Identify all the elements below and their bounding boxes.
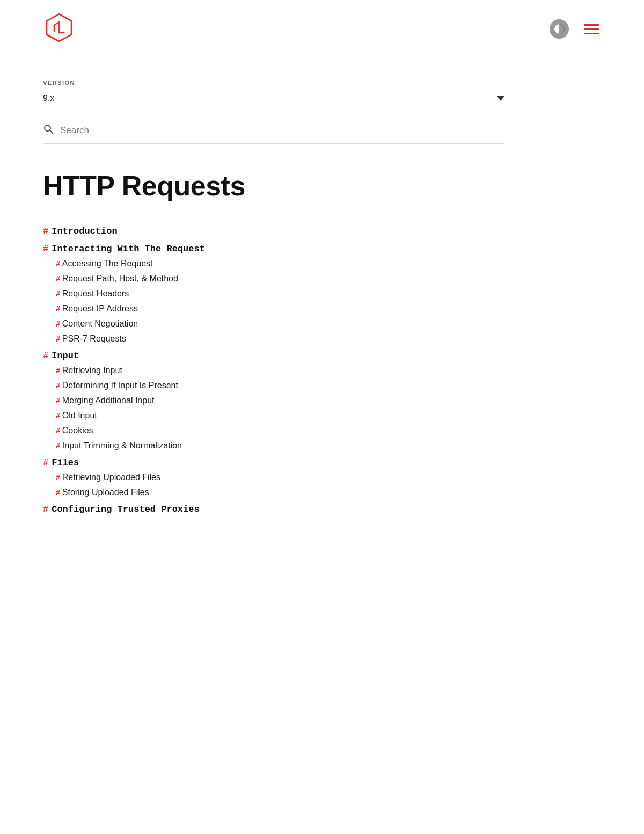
version-value: 9.x (43, 93, 54, 103)
toc-sub-label: Request Path, Host, & Method (62, 274, 178, 284)
hamburger-line-2 (584, 28, 599, 30)
toc-sub-list-files: # Retrieving Uploaded Files # Storing Up… (56, 470, 472, 499)
hamburger-line-1 (584, 24, 599, 26)
toc-sub-label: Accessing The Request (62, 259, 153, 269)
toc-section-label: Interacting With The Request (52, 244, 205, 254)
toc-sub-label: Input Trimming & Normalization (62, 441, 182, 451)
toc-sub-label: Retrieving Uploaded Files (62, 473, 160, 482)
toc-sub-label: Storing Uploaded Files (62, 488, 149, 497)
search-bar (43, 124, 504, 144)
list-item: # Cookies (56, 424, 472, 438)
toc-link-trusted-proxies[interactable]: # Configuring Trusted Proxies (43, 502, 472, 517)
toc-link-interacting[interactable]: # Interacting With The Request (43, 241, 472, 257)
hash-icon: # (56, 488, 60, 497)
toc-section-label: Configuring Trusted Proxies (52, 504, 199, 514)
toc-sub-link-path[interactable]: # Request Path, Host, & Method (56, 272, 472, 286)
list-item: # Retrieving Input (56, 364, 472, 378)
list-item: # Storing Uploaded Files (56, 485, 472, 499)
toc-section-label: Input (52, 351, 79, 361)
toc-sub-label: PSR-7 Requests (62, 334, 126, 344)
toc-sub-link-retrieving-input[interactable]: # Retrieving Input (56, 364, 472, 378)
hash-icon: # (56, 396, 60, 405)
hamburger-menu-button[interactable] (582, 22, 601, 37)
hash-icon: # (43, 244, 48, 254)
toc-sub-list-interacting: # Accessing The Request # Request Path, … (56, 257, 472, 346)
hash-icon: # (43, 351, 48, 361)
toc-section-label: Files (52, 458, 79, 468)
toc-section-label: Introduction (52, 226, 117, 236)
toc-sub-label: Merging Additional Input (62, 396, 155, 405)
hash-icon: # (43, 458, 48, 468)
list-item: # Input Trimming & Normalization (56, 439, 472, 453)
hamburger-line-3 (584, 33, 599, 34)
hash-icon: # (56, 381, 60, 390)
theme-icon (554, 24, 565, 34)
toc-link-files[interactable]: # Files (43, 455, 472, 470)
list-item: # Request Headers (56, 287, 472, 301)
main-content: VERSION 9.x HTTP Requests # Introduction… (0, 58, 515, 552)
search-icon (43, 124, 54, 137)
hash-icon: # (56, 259, 60, 268)
toc-sub-link-content-negotiation[interactable]: # Content Negotiation (56, 317, 472, 331)
svg-line-6 (50, 130, 53, 134)
list-item: # PSR-7 Requests (56, 332, 472, 346)
toc-sub-label: Cookies (62, 426, 93, 436)
toc-section-interacting: # Interacting With The Request # Accessi… (43, 241, 472, 346)
toc-section-input: # Input # Retrieving Input # Determining… (43, 348, 472, 453)
logo[interactable] (43, 13, 75, 45)
hash-icon: # (56, 335, 60, 343)
toc-sub-link-ip[interactable]: # Request IP Address (56, 302, 472, 316)
toc-sub-link-cookies[interactable]: # Cookies (56, 424, 472, 438)
toc-sub-link-trimming[interactable]: # Input Trimming & Normalization (56, 439, 472, 453)
header-actions (550, 19, 601, 39)
toc-sub-label: Determining If Input Is Present (62, 381, 178, 390)
site-header (0, 0, 644, 58)
hash-icon: # (56, 304, 60, 313)
toc-sub-link-old-input[interactable]: # Old Input (56, 409, 472, 423)
toc-section-introduction: # Introduction (43, 223, 472, 239)
toc-sub-label: Retrieving Input (62, 366, 122, 375)
toc-section-files: # Files # Retrieving Uploaded Files # St… (43, 455, 472, 499)
hash-icon: # (43, 504, 48, 514)
list-item: # Request IP Address (56, 302, 472, 316)
list-item: # Accessing The Request (56, 257, 472, 271)
toc-sub-link-headers[interactable]: # Request Headers (56, 287, 472, 301)
hash-icon: # (56, 411, 60, 420)
hash-icon: # (56, 320, 60, 328)
toc-sub-label: Old Input (62, 411, 97, 420)
table-of-contents: # Introduction # Interacting With The Re… (43, 223, 472, 517)
toc-sub-label: Request IP Address (62, 304, 138, 314)
list-item: # Merging Additional Input (56, 394, 472, 408)
hash-icon: # (56, 366, 60, 375)
toc-sub-link-storing-files[interactable]: # Storing Uploaded Files (56, 485, 472, 499)
hash-icon: # (43, 226, 48, 236)
page-title: HTTP Requests (43, 170, 472, 202)
chevron-down-icon (497, 96, 504, 101)
hash-icon: # (56, 426, 60, 435)
toc-link-input[interactable]: # Input (43, 348, 472, 364)
toc-link-introduction[interactable]: # Introduction (43, 223, 472, 239)
hash-icon: # (56, 473, 60, 482)
toc-sub-list-input: # Retrieving Input # Determining If Inpu… (56, 364, 472, 453)
version-selector[interactable]: 9.x (43, 90, 504, 106)
toc-sub-link-determining[interactable]: # Determining If Input Is Present (56, 379, 472, 393)
list-item: # Old Input (56, 409, 472, 423)
hash-icon: # (56, 274, 60, 283)
toc-sub-link-accessing[interactable]: # Accessing The Request (56, 257, 472, 271)
theme-toggle-button[interactable] (550, 19, 569, 39)
list-item: # Retrieving Uploaded Files (56, 470, 472, 484)
hash-icon: # (56, 289, 60, 298)
toc-sub-link-psr7[interactable]: # PSR-7 Requests (56, 332, 472, 346)
hash-icon: # (56, 441, 60, 450)
toc-sub-link-retrieving-files[interactable]: # Retrieving Uploaded Files (56, 470, 472, 484)
toc-sub-label: Content Negotiation (62, 319, 138, 329)
list-item: # Content Negotiation (56, 317, 472, 331)
toc-sub-label: Request Headers (62, 289, 129, 299)
search-input[interactable] (60, 125, 504, 136)
toc-sub-link-merging[interactable]: # Merging Additional Input (56, 394, 472, 408)
toc-section-trusted-proxies: # Configuring Trusted Proxies (43, 502, 472, 517)
list-item: # Determining If Input Is Present (56, 379, 472, 393)
list-item: # Request Path, Host, & Method (56, 272, 472, 286)
version-label: VERSION (43, 79, 472, 86)
